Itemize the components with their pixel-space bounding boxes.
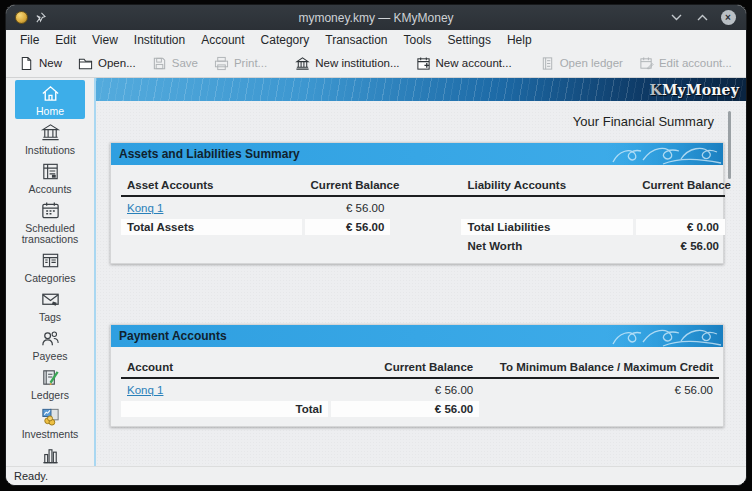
menu-transaction[interactable]: Transaction <box>317 32 395 48</box>
menu-view[interactable]: View <box>84 32 126 48</box>
kmymoney-window: mymoney.kmy — KMyMoney × File Edit View … <box>5 4 747 486</box>
new-account-icon <box>416 56 431 71</box>
sidebar-item-reports[interactable]: Reports <box>15 442 85 466</box>
scheduled-icon <box>40 200 61 221</box>
header-divider <box>121 377 719 379</box>
open-ledger-button[interactable]: Open ledger <box>533 53 630 74</box>
home-view: KMyMoney Your Financial Summary Assets a… <box>94 78 746 466</box>
new-document-icon <box>19 56 34 71</box>
table-row-cell: € 56.00 <box>305 200 391 216</box>
net-worth-label: Net Worth <box>461 238 633 254</box>
menu-tools[interactable]: Tools <box>396 32 440 48</box>
view-sidebar: Home Institutions Accounts Scheduled tra… <box>6 78 94 466</box>
save-floppy-icon <box>152 56 167 71</box>
total-value: € 56.00 <box>331 401 479 417</box>
save-button[interactable]: Save <box>145 53 205 74</box>
ledgers-icon <box>40 367 61 388</box>
assets-liabilities-table: Asset Accounts Current Balance Liability… <box>111 165 723 263</box>
total-liabilities-label: Total Liabilities <box>461 219 633 235</box>
titlebar[interactable]: mymoney.kmy — KMyMoney × <box>6 5 746 30</box>
menu-help[interactable]: Help <box>499 32 540 48</box>
reconcile-button[interactable]: Reconcile... <box>741 53 747 74</box>
sidebar-item-tags[interactable]: Tags <box>15 286 85 325</box>
col-header: Current Balance <box>636 177 725 193</box>
edit-account-button[interactable]: Edit account... <box>632 53 739 74</box>
section-title: Payment Accounts <box>111 329 227 343</box>
col-header: Current Balance <box>305 177 391 193</box>
menu-file[interactable]: File <box>12 32 47 48</box>
pin-icon <box>35 12 46 23</box>
ledger-icon <box>540 56 555 71</box>
sidebar-item-institutions[interactable]: Institutions <box>15 119 85 158</box>
banner: KMyMoney <box>96 78 746 101</box>
edit-account-icon <box>639 56 654 71</box>
total-liabilities-value: € 0.00 <box>636 219 725 235</box>
header-divider <box>121 195 725 197</box>
new-button[interactable]: New <box>12 53 69 74</box>
home-icon <box>40 83 61 104</box>
sidebar-item-home[interactable]: Home <box>15 80 85 119</box>
accounts-icon <box>40 161 61 182</box>
toolbar: New Open... Save Print... New institutio… <box>6 49 746 78</box>
col-header: Current Balance <box>331 359 479 375</box>
sidebar-item-payees[interactable]: Payees <box>15 325 85 364</box>
col-header: To Minimum Balance / Maximum Credit <box>482 359 719 375</box>
account-link[interactable]: Konq 1 <box>127 202 163 214</box>
categories-icon <box>40 250 61 271</box>
sidebar-item-accounts[interactable]: Accounts <box>15 158 85 197</box>
col-header: Asset Accounts <box>121 177 302 193</box>
open-folder-icon <box>78 56 93 71</box>
statusbar: Ready. <box>6 466 746 485</box>
menu-institution[interactable]: Institution <box>126 32 193 48</box>
status-text: Ready. <box>14 470 48 482</box>
net-worth-value: € 56.00 <box>636 238 725 254</box>
sidebar-item-ledgers[interactable]: Ledgers <box>15 364 85 403</box>
menubar: File Edit View Institution Account Categ… <box>6 30 746 49</box>
new-account-button[interactable]: New account... <box>409 53 519 74</box>
chevron-up-icon <box>697 14 708 21</box>
bank-icon <box>295 56 310 71</box>
sidebar-item-categories[interactable]: Categories <box>15 247 85 286</box>
flourish-decoration-icon <box>605 325 723 347</box>
sidebar-item-investments[interactable]: Investments <box>15 403 85 442</box>
minimize-button[interactable] <box>668 10 684 26</box>
assets-liabilities-section: Assets and Liabilities Summary Asset Acc… <box>110 142 724 264</box>
print-button[interactable]: Print... <box>207 53 274 74</box>
menu-settings[interactable]: Settings <box>440 32 499 48</box>
open-button[interactable]: Open... <box>71 53 143 74</box>
tags-icon <box>40 289 61 310</box>
sidebar-item-scheduled-transactions[interactable]: Scheduled transactions <box>15 197 85 247</box>
section-title: Assets and Liabilities Summary <box>111 147 300 161</box>
table-row-cell: € 56.00 <box>331 382 479 398</box>
kmymoney-app-icon <box>15 11 28 24</box>
main-area: Home Institutions Accounts Scheduled tra… <box>6 78 746 466</box>
window-title: mymoney.kmy — KMyMoney <box>6 11 746 25</box>
payment-accounts-table: Account Current Balance To Minimum Balan… <box>111 347 723 426</box>
assets-liabilities-header: Assets and Liabilities Summary <box>111 143 723 165</box>
printer-icon <box>214 56 229 71</box>
investments-icon <box>40 406 61 427</box>
col-header: Liability Accounts <box>461 177 633 193</box>
maximize-button[interactable] <box>694 10 710 26</box>
total-assets-label: Total Assets <box>121 219 302 235</box>
table-row-cell: Konq 1 <box>121 382 328 398</box>
payment-accounts-header: Payment Accounts <box>111 325 723 347</box>
account-link[interactable]: Konq 1 <box>127 384 163 396</box>
total-assets-value: € 56.00 <box>305 219 391 235</box>
total-label: Total <box>121 401 328 417</box>
payees-icon <box>40 328 61 349</box>
menu-account[interactable]: Account <box>193 32 252 48</box>
kmymoney-logo: KMyMoney <box>650 82 746 98</box>
table-row-cell: Konq 1 <box>121 200 302 216</box>
vertical-scrollbar[interactable] <box>728 111 731 179</box>
page-title: Your Financial Summary <box>96 101 746 129</box>
close-icon: × <box>721 10 736 25</box>
chevron-down-icon <box>671 14 682 21</box>
reports-icon <box>40 445 61 466</box>
menu-category[interactable]: Category <box>253 32 318 48</box>
menu-edit[interactable]: Edit <box>47 32 84 48</box>
close-button[interactable]: × <box>720 10 736 26</box>
new-institution-button[interactable]: New institution... <box>288 53 406 74</box>
flourish-decoration-icon <box>605 143 723 165</box>
col-header: Account <box>121 359 328 375</box>
